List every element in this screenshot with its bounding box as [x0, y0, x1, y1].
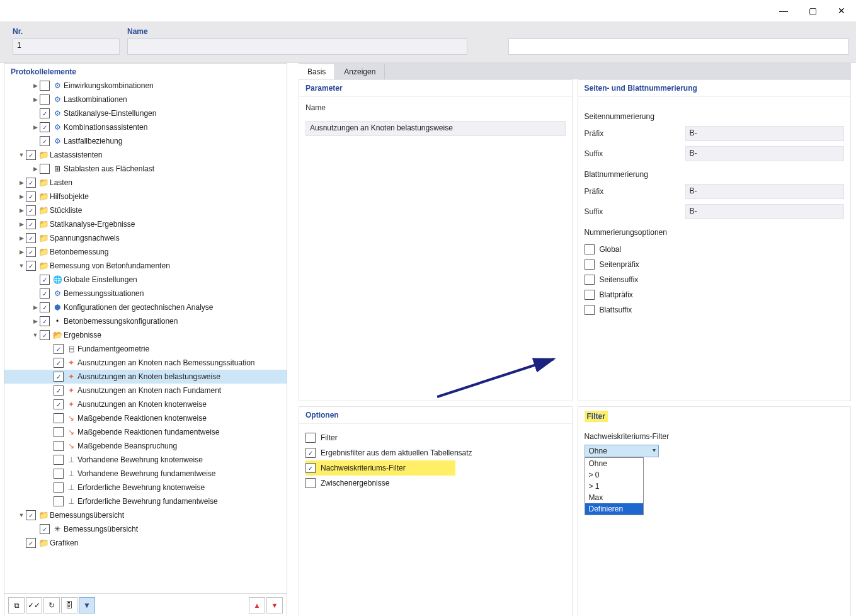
- opt-global-cb[interactable]: [585, 244, 595, 254]
- tree-checkbox[interactable]: [26, 205, 36, 215]
- tree-checkbox[interactable]: [54, 399, 64, 409]
- expand-icon[interactable]: ▶: [31, 166, 40, 172]
- opt-filter-cb[interactable]: [305, 433, 316, 443]
- tree-checkbox[interactable]: [40, 302, 50, 312]
- tree-item[interactable]: ↘Maßgebende Reaktionen fundamentweise: [4, 425, 287, 439]
- tab-anzeigen[interactable]: Anzeigen: [335, 64, 385, 79]
- tree-item[interactable]: ▶📁Statikanalyse-Ergebnisse: [4, 217, 287, 231]
- tree-checkbox[interactable]: [26, 178, 36, 188]
- tree-checkbox[interactable]: [54, 441, 64, 451]
- filter-option[interactable]: Max: [585, 492, 643, 503]
- tree-item[interactable]: ▶📁Stückliste: [4, 203, 287, 217]
- tree-item[interactable]: ▼📁Bemessungsübersicht: [4, 508, 287, 522]
- tree-item[interactable]: 🌐Globale Einstellungen: [4, 273, 287, 287]
- expand-icon[interactable]: ▼: [17, 263, 26, 269]
- tree-item[interactable]: ✦Ausnutzungen an Knoten nach Fundament: [4, 384, 287, 397]
- tree-item[interactable]: ▼📂Ergebnisse: [4, 328, 287, 342]
- refresh-button[interactable]: ↻: [43, 597, 60, 613]
- tree-checkbox[interactable]: [40, 316, 50, 326]
- expand-icon[interactable]: ▼: [31, 332, 40, 338]
- sheet-suffix-value[interactable]: B-: [685, 204, 845, 219]
- opt-blattsuffix-cb[interactable]: [585, 305, 595, 315]
- tree-checkbox[interactable]: [40, 81, 50, 91]
- expand-icon[interactable]: ▶: [31, 304, 40, 311]
- tree-item[interactable]: ⌸Fundamentgeometrie: [4, 342, 287, 356]
- checkall-button[interactable]: ✓✓: [26, 597, 42, 613]
- tree-checkbox[interactable]: [26, 261, 36, 271]
- param-name-value[interactable]: Ausnutzungen an Knoten belastungsweise: [305, 121, 566, 136]
- tree-checkbox[interactable]: [54, 413, 64, 423]
- maximize-button[interactable]: ▢: [798, 1, 827, 20]
- expand-icon[interactable]: ▶: [31, 124, 40, 130]
- tree-item[interactable]: ▶📁Hilfsobjekte: [4, 190, 287, 203]
- opt-seitenprefix-cb[interactable]: [585, 260, 595, 270]
- nav-up-button[interactable]: ▲: [249, 597, 265, 613]
- tree-checkbox[interactable]: [54, 358, 64, 368]
- filter-option[interactable]: Ohne: [585, 458, 643, 469]
- page-suffix-value[interactable]: B-: [685, 146, 845, 161]
- tree-checkbox[interactable]: [40, 122, 50, 132]
- tree-checkbox[interactable]: [54, 455, 64, 465]
- tree-item[interactable]: ✦Ausnutzungen an Knoten belastungsweise: [4, 370, 287, 384]
- tree-item[interactable]: ▶⚙Einwirkungskombinationen: [4, 79, 287, 93]
- tree-checkbox[interactable]: [26, 247, 36, 257]
- tree-item[interactable]: ✳Bemessungsübersicht: [4, 522, 287, 536]
- opt-nachweis-cb[interactable]: [305, 463, 316, 473]
- tree-item[interactable]: ▼📁Bemessung von Betonfundamenten: [4, 259, 287, 273]
- expand-icon[interactable]: ▶: [17, 221, 26, 227]
- tree-checkbox[interactable]: [26, 510, 36, 520]
- tree-checkbox[interactable]: [54, 496, 64, 506]
- expand-tree-button[interactable]: ⧉: [8, 597, 25, 613]
- tree-checkbox[interactable]: [40, 136, 50, 146]
- tree-item[interactable]: ▶⬢Konfigurationen der geotechnischen Ana…: [4, 300, 287, 314]
- nav-down-button[interactable]: ▼: [266, 597, 283, 613]
- sheet-prefix-value[interactable]: B-: [685, 184, 845, 199]
- tree-checkbox[interactable]: [40, 164, 50, 174]
- filter-option[interactable]: > 1: [585, 481, 643, 492]
- tree-checkbox[interactable]: [54, 427, 64, 437]
- tree-item[interactable]: ✦Ausnutzungen an Knoten knotenweise: [4, 397, 287, 411]
- tree-item[interactable]: ⊥Vorhandene Bewehrung knotenweise: [4, 453, 287, 467]
- filter-button[interactable]: ▼: [79, 597, 95, 613]
- db-button[interactable]: 🗄: [61, 597, 77, 613]
- tree-checkbox[interactable]: [26, 219, 36, 229]
- page-prefix-value[interactable]: B-: [685, 126, 845, 141]
- tree-checkbox[interactable]: [40, 330, 50, 340]
- filter-option[interactable]: > 0: [585, 469, 643, 481]
- tree-item[interactable]: ⊥Vorhandene Bewehrung fundamentweise: [4, 467, 287, 481]
- tree-item[interactable]: ↘Maßgebende Beanspruchung: [4, 439, 287, 453]
- protocol-tree[interactable]: ▶⚙Einwirkungskombinationen▶⚙Lastkombinat…: [4, 79, 287, 593]
- tree-item[interactable]: 📁Grafiken: [4, 536, 287, 550]
- expand-icon[interactable]: ▶: [17, 249, 26, 255]
- name-value[interactable]: [127, 38, 467, 55]
- tree-checkbox[interactable]: [26, 191, 36, 202]
- tree-checkbox[interactable]: [40, 524, 50, 534]
- minimize-button[interactable]: —: [769, 1, 798, 20]
- opt-erg-cb[interactable]: [305, 448, 316, 458]
- tree-checkbox[interactable]: [26, 538, 36, 548]
- nachweis-filter-select[interactable]: Ohne: [585, 445, 659, 457]
- tree-checkbox[interactable]: [40, 94, 50, 105]
- tree-item[interactable]: ⚙Lastfallbeziehung: [4, 134, 287, 148]
- filter-option[interactable]: Definieren: [585, 503, 643, 515]
- opt-blattprefix-cb[interactable]: [585, 290, 595, 300]
- tree-item[interactable]: ▶📁Lasten: [4, 176, 287, 190]
- tree-item[interactable]: ▶⊞Stablasten aus Flächenlast: [4, 162, 287, 176]
- tree-checkbox[interactable]: [40, 108, 50, 118]
- nr-value[interactable]: 1: [13, 38, 120, 55]
- opt-seitensuffix-cb[interactable]: [585, 275, 595, 285]
- tree-item[interactable]: ⚙Bemessungssituationen: [4, 287, 287, 300]
- nachweis-filter-options[interactable]: Ohne> 0> 1MaxDefinieren: [585, 457, 644, 515]
- tab-basis[interactable]: Basis: [299, 64, 335, 79]
- expand-icon[interactable]: ▶: [17, 235, 26, 241]
- expand-icon[interactable]: ▶: [31, 83, 40, 89]
- tree-item[interactable]: ▼📁Lastassistenten: [4, 148, 287, 162]
- tree-item[interactable]: ▶📁Spannungsnachweis: [4, 231, 287, 245]
- expand-icon[interactable]: ▶: [17, 180, 26, 186]
- expand-icon[interactable]: ▶: [17, 193, 26, 200]
- tree-item[interactable]: ⊥Erforderliche Bewehrung fundamentweise: [4, 494, 287, 508]
- tree-checkbox[interactable]: [40, 275, 50, 285]
- expand-icon[interactable]: ▶: [31, 318, 40, 324]
- tree-checkbox[interactable]: [54, 372, 64, 382]
- tree-item[interactable]: ▶⚙Lastkombinationen: [4, 93, 287, 106]
